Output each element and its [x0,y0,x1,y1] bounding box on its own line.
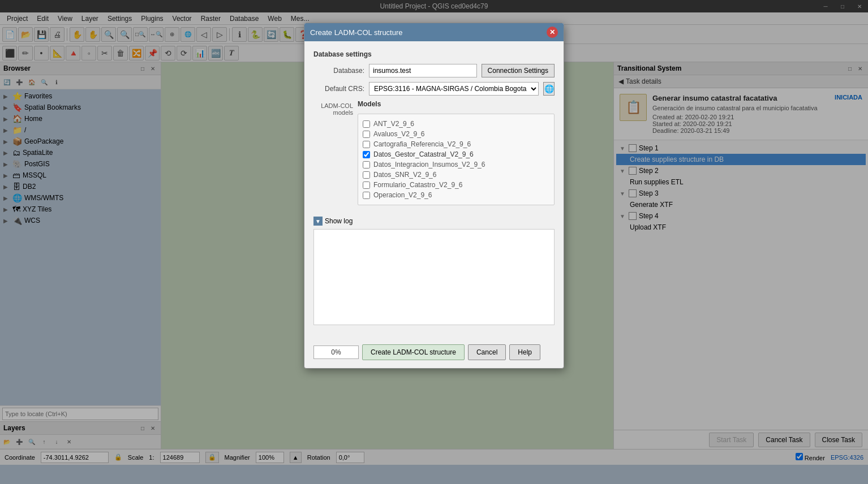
models-area: Models ANT_V2_9_6 Avaluos_V2_9_6 [358,100,555,211]
models-list-container: ANT_V2_9_6 Avaluos_V2_9_6 Cartografia_Re… [358,114,555,205]
model-item-avaluos: Avaluos_V2_9_6 [363,129,549,139]
show-log-toggle[interactable]: ▼ [313,217,323,226]
model-cartografia-label: Cartografia_Referencia_V2_9_6 [373,140,471,148]
models-header: Models [358,100,555,108]
model-operacion-checkbox[interactable] [363,192,370,199]
db-input[interactable] [369,64,477,77]
show-log-label: Show log [325,217,353,225]
model-datos-snr-label: Datos_SNR_V2_9_6 [373,171,436,179]
dialog-body: Database settings Database: Connection S… [304,41,564,340]
model-ant-label: ANT_V2_9_6 [373,120,414,128]
db-settings-header: Database settings [313,50,555,58]
model-formulario-label: Formulario_Catastro_V2_9_6 [373,181,462,189]
models-list: ANT_V2_9_6 Avaluos_V2_9_6 Cartografia_Re… [363,119,549,200]
models-side-label: LADM-COL models [313,100,353,211]
show-log-row: ▼ Show log [313,217,555,226]
model-item-datos-gestor: Datos_Gestor_Catastral_V2_9_6 [363,149,549,159]
help-dialog-btn[interactable]: Help [509,344,540,360]
crs-select[interactable]: EPSG:3116 - MAGNA-SIRGAS / Colombia Bogo… [369,82,539,96]
crs-row: Default CRS: EPSG:3116 - MAGNA-SIRGAS / … [313,82,555,96]
model-datos-gestor-checkbox[interactable] [363,151,370,158]
model-item-cartografia: Cartografia_Referencia_V2_9_6 [363,139,549,149]
crs-picker-btn[interactable]: 🌐 [543,82,555,96]
dialog-footer: 0% Create LADM-COL structure Cancel Help [304,340,564,368]
model-avaluos-checkbox[interactable] [363,131,370,138]
model-datos-snr-checkbox[interactable] [363,171,370,179]
model-item-datos-snr: Datos_SNR_V2_9_6 [363,170,549,180]
model-formulario-checkbox[interactable] [363,182,370,189]
models-section: LADM-COL models Models ANT_V2_9_6 Avaluo… [313,100,555,211]
cancel-btn[interactable]: Cancel [468,344,506,360]
dialog-title: Create LADM-COL structure [310,28,403,37]
connection-settings-btn[interactable]: Connection Settings [482,64,555,77]
model-cartografia-checkbox[interactable] [363,141,370,148]
model-item-formulario: Formulario_Catastro_V2_9_6 [363,180,549,190]
db-row: Database: Connection Settings [313,64,555,77]
create-ladm-dialog: Create LADM-COL structure ✕ Database set… [304,23,564,369]
model-ant-checkbox[interactable] [363,120,370,128]
create-structure-btn[interactable]: Create LADM-COL structure [362,344,465,360]
log-area [313,229,555,325]
db-label: Database: [313,67,364,75]
crs-label: Default CRS: [313,85,364,93]
model-item-operacion: Operacion_V2_9_6 [363,190,549,200]
model-datos-integracion-label: Datos_Integracion_Insumos_V2_9_6 [373,161,485,168]
model-item-ant: ANT_V2_9_6 [363,119,549,129]
model-item-datos-integracion: Datos_Integracion_Insumos_V2_9_6 [363,159,549,170]
model-datos-gestor-label: Datos_Gestor_Catastral_V2_9_6 [373,150,474,158]
dialog-close-btn[interactable]: ✕ [547,27,558,38]
dialog-title-bar: Create LADM-COL structure ✕ [304,23,564,41]
model-avaluos-label: Avaluos_V2_9_6 [373,130,425,138]
model-operacion-label: Operacion_V2_9_6 [373,191,432,199]
dialog-overlay: Create LADM-COL structure ✕ Database set… [0,0,868,484]
progress-text: 0% [331,348,341,356]
model-datos-integracion-checkbox[interactable] [363,161,370,168]
progress-bar: 0% [313,345,359,359]
